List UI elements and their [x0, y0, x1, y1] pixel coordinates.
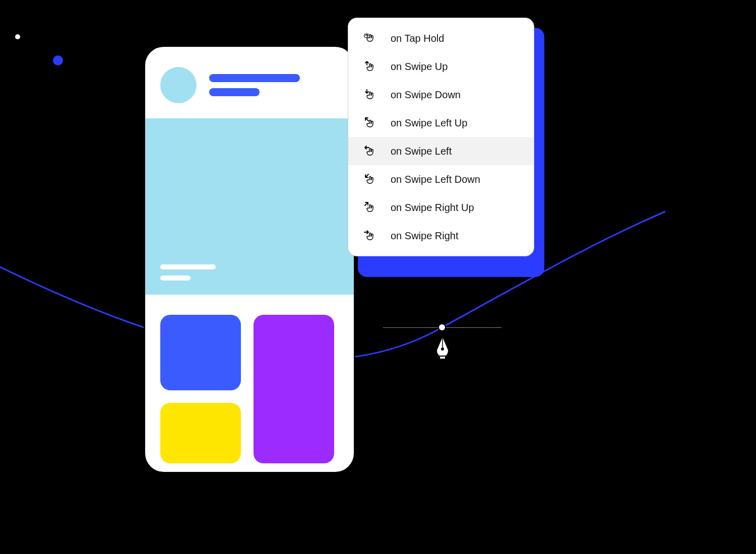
menu-item-label: on Swipe Up [391, 61, 448, 73]
card-yellow [160, 403, 241, 463]
header-text-placeholder [209, 74, 339, 96]
menu-item-swipe-left-down[interactable]: on Swipe Left Down [348, 165, 534, 193]
pen-tool-icon [433, 335, 452, 362]
menu-item-swipe-right-up[interactable]: on Swipe Right Up [348, 193, 534, 222]
card-purple [254, 315, 334, 463]
swipe-left-up-icon [362, 116, 376, 130]
swipe-left-down-icon [362, 172, 376, 186]
title-placeholder-line [209, 74, 300, 82]
menu-item-label: on Tap Hold [391, 33, 444, 44]
hero-text-line [160, 275, 191, 281]
menu-item-tap-hold[interactable]: on Tap Hold [348, 24, 534, 52]
menu-item-label: on Swipe Left [391, 146, 452, 157]
menu-item-label: on Swipe Left Up [391, 117, 467, 129]
card-blue [160, 315, 241, 390]
card-grid [145, 295, 354, 463]
swipe-up-icon [362, 59, 376, 74]
gesture-menu: on Tap Holdon Swipe Upon Swipe Downon Sw… [348, 18, 534, 256]
decorative-dot-white [15, 34, 20, 39]
menu-item-label: on Swipe Down [391, 89, 461, 101]
subtitle-placeholder-line [209, 88, 260, 96]
menu-item-swipe-up[interactable]: on Swipe Up [348, 52, 534, 81]
swipe-right-icon [362, 229, 376, 243]
menu-item-label: on Swipe Right [391, 230, 459, 242]
menu-item-label: on Swipe Right Up [391, 202, 474, 214]
avatar-placeholder [160, 67, 197, 103]
svg-rect-2 [439, 356, 446, 359]
menu-item-swipe-left-up[interactable]: on Swipe Left Up [348, 109, 534, 137]
menu-item-swipe-right[interactable]: on Swipe Right [348, 222, 534, 250]
decorative-dot-blue [53, 55, 63, 65]
phone-mockup [144, 45, 355, 473]
menu-item-label: on Swipe Left Down [391, 174, 480, 185]
swipe-left-icon [362, 144, 376, 158]
bezier-anchor-point[interactable] [438, 323, 446, 331]
swipe-down-icon [362, 88, 376, 102]
tap-hold-icon [362, 31, 376, 45]
menu-item-swipe-down[interactable]: on Swipe Down [348, 81, 534, 109]
hero-image-placeholder [145, 118, 354, 295]
svg-point-0 [441, 348, 444, 351]
menu-item-swipe-left[interactable]: on Swipe Left [348, 137, 534, 165]
hero-text-line [160, 264, 216, 269]
swipe-right-up-icon [362, 200, 376, 215]
phone-header [145, 47, 354, 118]
